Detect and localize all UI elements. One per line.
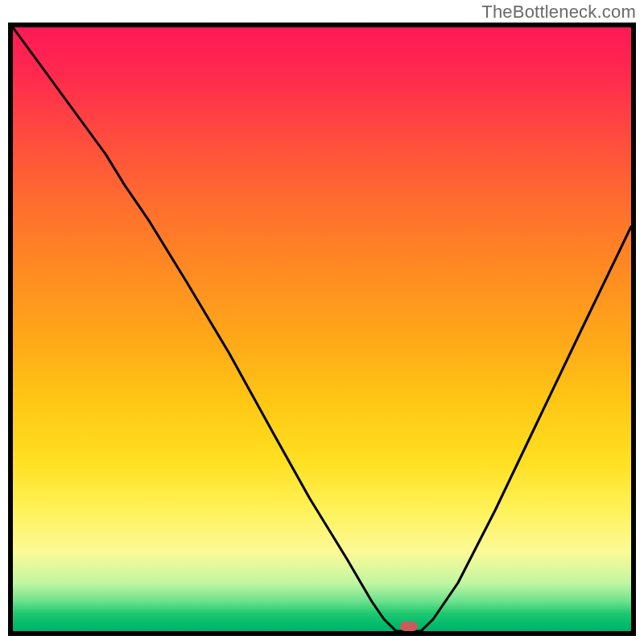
plot-area — [8, 23, 636, 636]
chart-frame: TheBottleneck.com — [0, 0, 644, 644]
minimum-marker — [400, 621, 418, 631]
bottleneck-curve — [13, 27, 631, 631]
watermark-label: TheBottleneck.com — [481, 2, 636, 23]
